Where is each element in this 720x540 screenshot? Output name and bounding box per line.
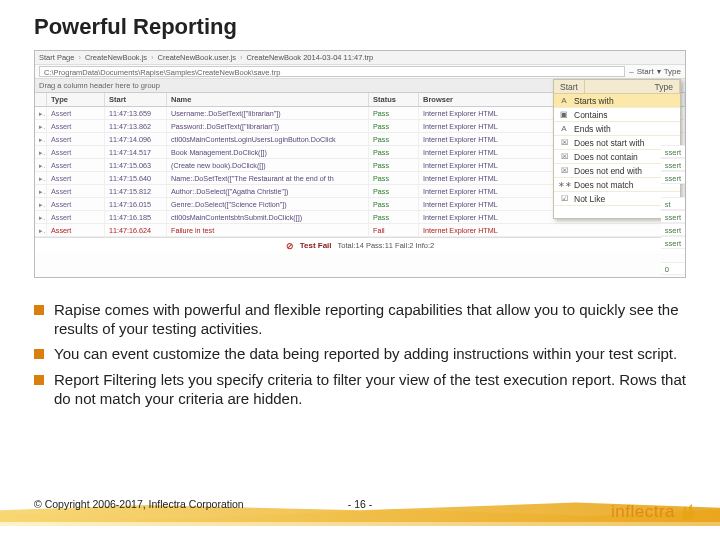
cell-status: Pass	[369, 198, 419, 210]
cell-status: Pass	[369, 133, 419, 145]
edge-badge: ssert	[661, 158, 685, 171]
filter-option[interactable]: AEnds with	[554, 122, 680, 136]
expander-icon[interactable]: ▸	[35, 159, 47, 171]
expander-icon[interactable]: ▸	[35, 133, 47, 145]
table-row[interactable]: ▸Assert11:47:16.624Failure in testFailIn…	[35, 224, 685, 237]
toolbar-start[interactable]: Start	[637, 67, 654, 76]
cell-status: Pass	[369, 120, 419, 132]
filter-option-label: Does not contain	[574, 150, 638, 164]
filter-hdr-start[interactable]: Start	[554, 80, 585, 93]
cell-start: 11:47:16.185	[105, 211, 167, 223]
brand-logo: inflectra	[611, 502, 698, 522]
summary-bar: ⊘ Test Fail Total:14 Pass:11 Fail:2 Info…	[35, 237, 685, 253]
filter-glyph-icon: ▣	[558, 108, 570, 122]
flame-icon	[678, 502, 698, 522]
bullet-text: Report Filtering lets you specify criter…	[54, 370, 686, 408]
page-title: Powerful Reporting	[0, 0, 720, 40]
cell-name: (Create new book).DoClick([])	[167, 159, 369, 171]
expander-icon[interactable]: ▸	[35, 224, 47, 236]
cell-name: Password:.DoSetText(["librarian"])	[167, 120, 369, 132]
report-screenshot: Start Page› CreateNewBook.js› CreateNewB…	[34, 50, 686, 278]
cell-name: Book Management.DoClick([])	[167, 146, 369, 158]
cell-status: Pass	[369, 172, 419, 184]
expander-icon[interactable]: ▸	[35, 172, 47, 184]
footer: © Copyright 2006-2017, Inflectra Corpora…	[0, 482, 720, 540]
brand-text: inflectra	[611, 502, 675, 522]
fail-icon: ⊘	[286, 241, 294, 251]
cell-status: Pass	[369, 211, 419, 223]
cell-start: 11:47:13.659	[105, 107, 167, 119]
crumb-seg[interactable]: Start Page	[39, 53, 74, 62]
expander-icon[interactable]: ▸	[35, 198, 47, 210]
col-type[interactable]: Type	[47, 93, 105, 106]
cell-type: Assert	[47, 146, 105, 158]
filter-option[interactable]: ▣Contains	[554, 108, 680, 122]
edge-badge: ssert	[661, 223, 685, 236]
filter-option-label: Does not end with	[574, 164, 642, 178]
cell-type: Assert	[47, 185, 105, 197]
cell-type: Assert	[47, 120, 105, 132]
filter-glyph-icon: ∗∗	[558, 178, 570, 192]
edge-badge: ssert	[661, 145, 685, 158]
bullet-text: You can event customize the data being r…	[54, 344, 686, 363]
cell-name: ctl00sMainContentsLoginUsersLoginButton.…	[167, 133, 369, 145]
crumb-seg[interactable]: CreateNewBook.js	[85, 53, 147, 62]
summary-label: Test Fail	[300, 241, 332, 250]
toolbar-type[interactable]: Type	[664, 67, 681, 76]
filter-option-label: Contains	[574, 108, 608, 122]
chevron-down-icon[interactable]: ▾	[657, 67, 661, 76]
cell-start: 11:47:16.015	[105, 198, 167, 210]
filter-option-label: Does not start with	[574, 136, 644, 150]
cell-name: Username:.DoSetText(["librarian"])	[167, 107, 369, 119]
col-start[interactable]: Start	[105, 93, 167, 106]
filter-option-label: Starts with	[574, 94, 614, 108]
filter-glyph-icon: ☒	[558, 164, 570, 178]
crumb-seg[interactable]: CreateNewBook.user.js	[158, 53, 236, 62]
path-field[interactable]: C:\ProgramData\Documents\Rapise\Samples\…	[39, 66, 625, 77]
cell-start: 11:47:14.096	[105, 133, 167, 145]
cell-type: Assert	[47, 159, 105, 171]
expander-icon[interactable]: ▸	[35, 120, 47, 132]
cell-type: Assert	[47, 198, 105, 210]
filter-option-label: Ends with	[574, 122, 611, 136]
cell-start: 11:47:13.862	[105, 120, 167, 132]
cell-name: Failure in test	[167, 224, 369, 236]
cell-start: 11:47:14.517	[105, 146, 167, 158]
bullet-icon	[34, 375, 44, 385]
col-status[interactable]: Status	[369, 93, 419, 106]
edge-badge: ssert	[661, 210, 685, 223]
edge-badge: 0	[661, 262, 685, 275]
cell-status: Pass	[369, 159, 419, 171]
filter-glyph-icon: ☒	[558, 150, 570, 164]
cell-type: Assert	[47, 211, 105, 223]
expander-icon[interactable]: ▸	[35, 107, 47, 119]
filter-option-label: Does not match	[574, 178, 634, 192]
path-bar: C:\ProgramData\Documents\Rapise\Samples\…	[35, 65, 685, 79]
filter-glyph-icon: ☒	[558, 136, 570, 150]
cell-start: 11:47:15.640	[105, 172, 167, 184]
filter-option[interactable]: AStarts with	[554, 94, 680, 108]
filter-glyph-icon: A	[558, 122, 570, 136]
expander-icon[interactable]: ▸	[35, 211, 47, 223]
bullet-list: Rapise comes with powerful and flexible …	[34, 300, 686, 414]
edge-badge: st	[661, 197, 685, 210]
crumb-seg[interactable]: CreateNewBook 2014-03-04 11:47.trp	[246, 53, 373, 62]
filter-hdr-type[interactable]: Type	[649, 80, 680, 93]
cell-browser: Internet Explorer HTML	[419, 224, 685, 236]
bullet-icon	[34, 349, 44, 359]
expander-icon[interactable]: ▸	[35, 185, 47, 197]
cell-type: Assert	[47, 133, 105, 145]
bullet-text: Rapise comes with powerful and flexible …	[54, 300, 686, 338]
edge-badge: ssert	[661, 171, 685, 184]
cell-name: Genre:.DoSelect(["Science Fiction"])	[167, 198, 369, 210]
filter-option-label: Not Like	[574, 192, 605, 206]
page-number: - 16 -	[348, 498, 373, 510]
toolbar-dash: –	[629, 67, 633, 76]
col-name[interactable]: Name	[167, 93, 369, 106]
expander-icon[interactable]: ▸	[35, 146, 47, 158]
cell-start: 11:47:15.812	[105, 185, 167, 197]
cell-type: Assert	[47, 224, 105, 236]
cell-status: Pass	[369, 146, 419, 158]
cell-name: Name:.DoSetText(["The Restaurant at the …	[167, 172, 369, 184]
bullet-icon	[34, 305, 44, 315]
